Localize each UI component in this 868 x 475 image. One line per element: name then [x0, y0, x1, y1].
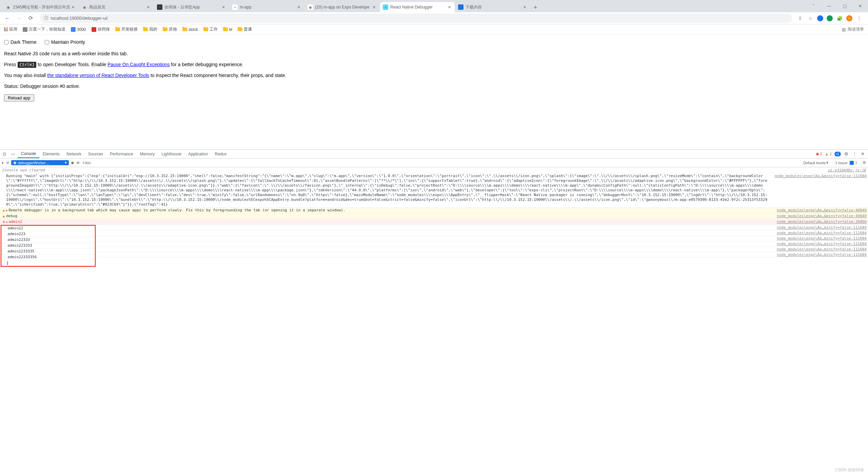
bookmark-item[interactable]: 其他	[163, 26, 177, 32]
settings-icon[interactable]: ⚙	[844, 151, 849, 156]
standalone-devtools-link[interactable]: the standalone version of React Develope…	[47, 73, 149, 78]
address-bar: ← → ⟳ ⓘ localhost:19000/debugger-ui/ ⇧ ☆…	[0, 12, 868, 24]
devtools-tab[interactable]: Console	[18, 150, 39, 158]
devtools-tab[interactable]: Application	[185, 150, 212, 158]
dark-theme-checkbox[interactable]: Dark Theme	[4, 39, 37, 45]
minimize-button[interactable]: —	[821, 0, 837, 12]
devtools-tab[interactable]: Elements	[39, 150, 63, 158]
console-src-row: node_modules\expo\Ap…minify=false:111684	[96, 225, 868, 230]
tab-close-icon[interactable]: ×	[221, 4, 226, 10]
new-tab-button[interactable]: +	[531, 3, 540, 12]
console-src-row: node_modules\expo\Ap…minify=false:111684	[96, 230, 868, 236]
source-link[interactable]: node_modules\expo\Ap…&minify=false:26866	[770, 220, 867, 224]
source-link[interactable]: node_modules\expo\Ap…minify=false:111684	[770, 247, 867, 251]
error-indicator[interactable]: ◉ 1	[816, 152, 822, 156]
devtools-tab[interactable]: Redux	[212, 150, 230, 158]
live-expression-icon[interactable]: ◉	[71, 160, 74, 165]
back-button[interactable]: ←	[3, 14, 12, 23]
menu-icon[interactable]: ⋮	[856, 15, 863, 22]
reload-button[interactable]: ⟳	[26, 14, 35, 23]
eye-icon[interactable]: 👁	[76, 161, 80, 165]
issue-icon	[850, 161, 854, 165]
extension-icon-2[interactable]	[827, 15, 833, 21]
issues-button[interactable]: 1 Issue: 1	[835, 161, 857, 165]
console-input-row[interactable]	[1, 260, 95, 266]
url-input[interactable]: ⓘ localhost:19000/debugger-ui/	[40, 14, 792, 23]
warning-icon: ▲	[1, 208, 6, 212]
source-link[interactable]: node_modules\expo\Ap…minify=false:111684	[770, 225, 867, 230]
browser-tab[interactable]: ⬇下载内容×	[455, 2, 530, 12]
devtools-tab[interactable]: Network	[63, 150, 85, 158]
maintain-priority-checkbox[interactable]: Maintain Priority	[45, 39, 85, 45]
share-icon[interactable]: ⇧	[797, 15, 804, 22]
avatar-icon[interactable]	[846, 15, 852, 21]
folder-icon	[238, 27, 242, 31]
bookmark-item[interactable]: 徐同保	[92, 26, 110, 32]
more-icon[interactable]: ⋮	[852, 151, 857, 156]
source-link[interactable]: node_modules\expo\Ap…minify=false:111684	[770, 231, 867, 235]
browser-tab[interactable]: ◉(20) m-app on Expo Develope×	[305, 2, 379, 12]
info-indicator[interactable]: ▪ 1	[834, 152, 841, 156]
extension-icon-1[interactable]	[817, 15, 823, 21]
bookmark-item[interactable]: 3000	[71, 26, 86, 32]
star-icon[interactable]: ☆	[807, 15, 814, 22]
maximize-button[interactable]: ▢	[837, 0, 852, 12]
window-close-button[interactable]: ✕	[852, 0, 868, 12]
browser-tab[interactable]: ◉2345网址导航 - 开创中国百年历×	[3, 2, 78, 12]
source-link[interactable]: node_modules\expo\Ap…&minify=false:40849	[770, 208, 867, 212]
tab-close-icon[interactable]: ×	[70, 4, 76, 10]
forward-button[interactable]: →	[14, 14, 24, 23]
devtools-tab[interactable]: Memory	[137, 150, 158, 158]
tab-close-icon[interactable]: ×	[522, 4, 527, 10]
console-cleared-msg: Console was cleared ui.e31bb0bc.js:16	[0, 167, 868, 173]
source-link[interactable]: ui.e31bb0bc.js:16	[821, 168, 866, 172]
reload-app-button[interactable]: Reload app	[4, 94, 34, 101]
tab-close-icon[interactable]: ×	[447, 4, 452, 10]
console-filter-input[interactable]	[82, 160, 801, 166]
tab-close-icon[interactable]: ×	[296, 4, 301, 10]
bookmark-item[interactable]: 工作	[203, 26, 218, 32]
log-levels-selector[interactable]: Default levels ▾	[803, 160, 828, 165]
chevron-down-icon[interactable]: ˅	[806, 0, 821, 12]
extensions-icon[interactable]: 🧩	[836, 15, 843, 22]
close-devtools-icon[interactable]: ✕	[860, 151, 865, 156]
bookmark-item[interactable]: stock	[182, 26, 198, 32]
source-link[interactable]: node_modules\expo\Ap…minify=false:111684	[770, 236, 867, 241]
bookmark-item[interactable]: 开发链接	[115, 26, 138, 32]
sidebar-toggle-icon[interactable]: ▸	[2, 160, 4, 165]
context-selector[interactable]: ◉ debuggerWorker....	[11, 160, 69, 165]
browser-tab[interactable]: ▪m-app×	[230, 2, 304, 12]
clear-console-icon[interactable]: ⊘	[6, 160, 9, 165]
device-toggle-icon[interactable]: ▭	[9, 150, 18, 158]
inspect-element-icon[interactable]: ⊡	[0, 150, 9, 158]
bookmark-item[interactable]: 百度一下，你就知道	[23, 26, 65, 32]
apps-button[interactable]: 应用	[4, 26, 17, 32]
warning-indicator[interactable]: ▲ 2	[825, 152, 832, 156]
intro-text: React Native JS code runs as a web worke…	[4, 51, 864, 56]
tab-title: 商品首页	[89, 4, 145, 10]
devtools-tab[interactable]: Sources	[85, 150, 106, 158]
browser-tab[interactable]: ◉商品首页×	[79, 2, 154, 12]
source-link[interactable]: node_modules\expo\Ap…minify=false:111684	[770, 252, 867, 257]
pause-exceptions-link[interactable]: Pause On Caught Exceptions	[107, 62, 170, 67]
console-output: Console was cleared ui.e31bb0bc.js:16 Ru…	[0, 167, 868, 475]
reading-list-button[interactable]: ▤ 阅读清单	[842, 26, 864, 32]
folder-icon	[115, 27, 120, 31]
tab-favicon: ◉	[308, 4, 313, 10]
source-link[interactable]: node_modules\expo\Ap…&minify=false:40849	[770, 214, 867, 218]
console-warning-row: ▲ ▶Remote debugger is in a background ta…	[0, 208, 868, 213]
source-link[interactable]: node_modules\expo\Ap…&minify=false:11168…	[768, 174, 867, 178]
tab-close-icon[interactable]: ×	[371, 4, 377, 10]
console-src-row: node_modules\expo\Ap…minify=false:111684	[96, 241, 868, 247]
browser-tab[interactable]: 豆徐同保 - 豆伴匠App×	[154, 2, 229, 12]
bookmark-item[interactable]: le	[223, 26, 232, 32]
console-settings-icon[interactable]: ⚙	[863, 160, 866, 165]
site-info-icon[interactable]: ⓘ	[44, 15, 48, 21]
bookmark-item[interactable]: 我的	[143, 26, 157, 32]
devtools-tab[interactable]: Performance	[106, 150, 137, 158]
bookmark-item[interactable]: 普通	[238, 26, 252, 32]
browser-tab[interactable]: ⚛React Native Debugger×	[380, 2, 455, 12]
source-link[interactable]: node_modules\expo\Ap…minify=false:111684	[770, 242, 867, 246]
tab-close-icon[interactable]: ×	[145, 4, 151, 10]
devtools-tab[interactable]: Lighthouse	[158, 150, 185, 158]
